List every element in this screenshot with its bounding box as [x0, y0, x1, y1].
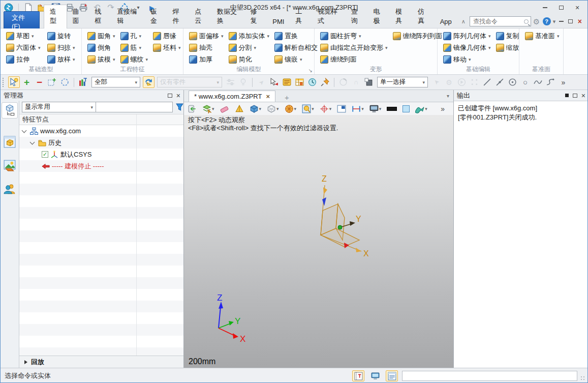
tab-close-icon[interactable]: × — [266, 93, 270, 100]
dimension-display-button[interactable]: ▾ — [351, 103, 365, 114]
command-search-input[interactable] — [472, 17, 524, 25]
surface-style-button[interactable]: ▾ — [414, 103, 428, 114]
scope-filter-select[interactable]: 仅有零件▾ — [157, 77, 222, 87]
ribbon-item-1-7[interactable]: 坯料▾ — [151, 43, 182, 53]
remove-entity-button[interactable]: − — [34, 76, 45, 88]
menu-tab-13[interactable]: 电极 — [367, 5, 390, 28]
cursor-ghost-button[interactable]: ➤ — [430, 76, 442, 88]
playback-bar[interactable]: 回放 — [19, 356, 183, 368]
snap-points-button[interactable] — [469, 76, 480, 88]
ribbon-item-1-6[interactable]: 唇缘 — [151, 31, 182, 41]
ribbon-item-4-2[interactable]: 移动▾ — [442, 54, 492, 65]
eraser-button[interactable] — [219, 103, 230, 114]
zoom-window-button[interactable]: ▾ — [301, 103, 315, 114]
manager-restore-button[interactable] — [168, 94, 172, 98]
output-close-button[interactable]: × — [581, 92, 585, 100]
ribbon-item-2-5[interactable]: 简化 — [227, 54, 271, 65]
toolbar-overflow-button[interactable]: » — [558, 76, 569, 88]
toolbar-drag-handle[interactable] — [3, 78, 5, 87]
menu-tab-0[interactable]: 造型 — [44, 5, 67, 28]
entity-filter-select[interactable]: 全部▾ — [91, 77, 140, 87]
settings-gear-button[interactable]: ⚙ — [531, 16, 541, 26]
pick-chain-button[interactable]: ➤ — [256, 76, 267, 88]
menu-tab-8[interactable]: 修复 — [244, 5, 267, 28]
selection-table-button[interactable] — [294, 76, 305, 88]
lasso-select-button[interactable] — [59, 76, 71, 88]
ribbon-item-1-5[interactable]: 螺纹▾ — [119, 54, 150, 65]
document-tab[interactable]: * www.x6g.com.Z3PRT × — [189, 91, 275, 102]
layer-manager-button[interactable]: ▾ — [201, 103, 215, 114]
highlight-button[interactable] — [237, 76, 249, 88]
snap-center-button[interactable] — [507, 76, 518, 88]
ribbon-item-2-6[interactable]: 置换 — [273, 31, 319, 41]
collapse-ribbon-icon[interactable]: ∧ — [461, 18, 466, 25]
expand-chevron-icon[interactable] — [22, 128, 27, 133]
tree-display-filter-select[interactable]: 显示常用 ▾ — [22, 102, 96, 112]
tree-search-input[interactable] — [96, 102, 173, 112]
ribbon-item-0-2[interactable]: 拉伸 — [5, 54, 44, 65]
snap-spline-button[interactable] — [532, 76, 544, 88]
pick-mode-select[interactable]: 单一选择▾ — [377, 77, 428, 87]
ribbon-item-2-2[interactable]: 加厚 — [188, 54, 225, 65]
menu-tab-11[interactable]: 视觉样式 — [312, 5, 346, 28]
tree-row-0[interactable]: www.x6g.com — [19, 125, 183, 137]
pin-selection-button[interactable] — [319, 76, 331, 88]
tolerance-button[interactable] — [225, 76, 236, 88]
ribbon-item-3-3[interactable]: 缠绕阵列到面 — [391, 31, 444, 41]
menu-tab-15[interactable]: 仿真 — [412, 5, 435, 28]
viewport-preview-button[interactable] — [336, 103, 347, 114]
tree-column-header[interactable]: 特征节点 — [19, 114, 183, 125]
menu-tab-3[interactable]: 直接编辑 — [111, 5, 145, 28]
restore-button[interactable] — [554, 3, 568, 13]
command-list-button[interactable] — [386, 370, 398, 381]
ribbon-item-2-4[interactable]: 分割▾ — [227, 43, 271, 53]
view-overflow-button[interactable]: » — [440, 103, 448, 114]
ribbon-item-2-7[interactable]: 解析自相交 — [273, 43, 319, 53]
ribbon-item-4-0[interactable]: 阵列几何体▾ — [442, 31, 492, 41]
display-settings-button[interactable]: ▾ — [368, 103, 383, 114]
command-input[interactable] — [402, 371, 577, 381]
shaded-mode-button[interactable]: ▾ — [249, 103, 263, 114]
face-target-button[interactable] — [363, 76, 375, 88]
default-csys-graphic[interactable]: Z Y X — [305, 174, 387, 263]
model-canvas[interactable]: 按下<F2> 动态观察 <F8>或者<Shift-roll> 查找下一个有效的过… — [184, 115, 453, 368]
menu-tab-6[interactable]: 点云 — [189, 5, 211, 28]
ribbon-item-5-0[interactable]: 基准面▾ — [523, 31, 561, 41]
ribbon-item-0-0[interactable]: 草图▾ — [5, 31, 44, 41]
recent-history-button[interactable] — [306, 76, 318, 88]
ribbon-item-2-1[interactable]: 抽壳 — [188, 43, 225, 53]
help-button[interactable]: ? — [542, 16, 552, 26]
expand-chevron-icon[interactable] — [30, 139, 35, 144]
ribbon-item-2-0[interactable]: 面偏移▾ — [188, 31, 225, 41]
point-target-button[interactable]: ▾ — [319, 103, 333, 114]
tab-list-chevron-icon[interactable]: ▾ — [447, 93, 449, 99]
exit-sketch-button[interactable] — [187, 103, 198, 114]
menu-tab-1[interactable]: 曲面 — [67, 5, 89, 28]
menu-tab-10[interactable]: 工具 — [290, 5, 312, 28]
resize-grip[interactable] — [580, 376, 585, 380]
pick-target-button[interactable] — [143, 76, 154, 88]
curve-pick-button[interactable]: ∩ — [350, 76, 362, 88]
menu-tab-5[interactable]: 焊件 — [167, 5, 189, 28]
ribbon-item-0-4[interactable]: 扫掠▾ — [46, 43, 78, 53]
minimize-button[interactable] — [538, 3, 552, 13]
ribbon-item-0-1[interactable]: 六面体▾ — [5, 43, 44, 53]
feature-tree-button[interactable] — [2, 102, 18, 119]
tree-row-2[interactable]: ✓默认CSYS — [19, 149, 183, 160]
doc-close-button[interactable]: × — [575, 16, 584, 26]
ribbon-item-3-2[interactable]: 缠绕到面 — [319, 54, 389, 65]
snap-circle-button[interactable]: ○ — [519, 76, 531, 88]
tree-checkbox[interactable]: ✓ — [42, 151, 48, 158]
menu-tab-12[interactable]: 查询 — [346, 5, 368, 28]
menu-tab-14[interactable]: 模具 — [390, 5, 412, 28]
tree-row-3[interactable]: ----- 建模停止 ----- — [19, 160, 183, 172]
box-select-button[interactable] — [46, 76, 58, 88]
play-ghost-button[interactable] — [456, 76, 468, 88]
ribbon-item-4-3[interactable]: 复制 — [494, 31, 521, 41]
manager-close-button[interactable]: × — [176, 92, 180, 100]
pick-button[interactable] — [8, 76, 20, 88]
output-pin-button[interactable] — [565, 94, 569, 97]
ui-panels-button[interactable] — [352, 370, 364, 381]
face-color-swatch-button[interactable] — [401, 103, 411, 114]
ribbon-item-3-0[interactable]: 圆柱折弯▾ — [319, 31, 389, 41]
